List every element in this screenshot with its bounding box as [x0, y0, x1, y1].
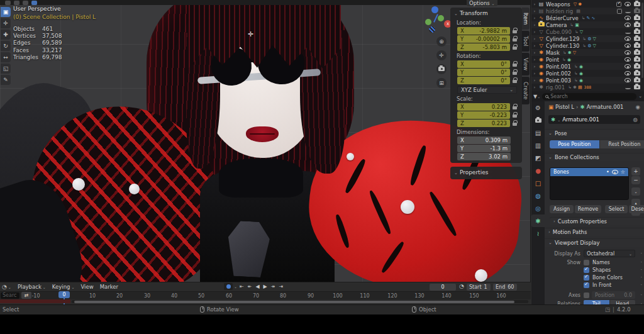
gizmo-z-axis[interactable] [431, 6, 438, 13]
lock-icon[interactable] [513, 47, 517, 50]
play-reverse-button[interactable]: ◀ [254, 283, 260, 290]
tab-view-layer[interactable]: ▥ [531, 139, 545, 152]
render-camera-icon[interactable] [634, 71, 640, 75]
keying-menu[interactable]: Keying⌄ [52, 284, 75, 290]
gizmo-z-axis-neg[interactable] [429, 26, 435, 33]
tab-bone[interactable]: ≀ [531, 227, 545, 240]
shapes-checkbox[interactable] [584, 267, 589, 273]
tab-scene[interactable]: ◩ [531, 152, 545, 164]
current-frame-field[interactable]: 0 [430, 284, 456, 291]
disclosure-triangle[interactable]: › [531, 30, 538, 35]
previous-keyframe-button[interactable]: ↞ [247, 283, 253, 290]
render-camera-icon[interactable] [634, 78, 640, 82]
render-camera-icon[interactable] [634, 16, 640, 20]
outliner-row-rig001[interactable]: ›✱ rig.001 ↳✱▤388 [531, 84, 641, 91]
dimension-z-field[interactable]: Z3.02 m [457, 153, 511, 160]
location-x-field[interactable]: X-2.9882 m [457, 27, 510, 35]
animate-dot[interactable]: · [640, 275, 642, 281]
render-camera-icon[interactable] [634, 43, 640, 48]
preview-range-icon[interactable]: ◔ [459, 283, 464, 289]
mode-icon[interactable] [14, 1, 19, 5]
rest-position-button[interactable]: Rest Position [599, 140, 644, 148]
eye-icon[interactable] [625, 43, 631, 48]
bone-collection-row[interactable]: Bones • ☆ [550, 168, 628, 176]
disclosure-triangle[interactable]: › [531, 43, 538, 48]
play-button[interactable]: ▶ [262, 283, 269, 290]
remove-button[interactable]: Remove [575, 205, 601, 213]
outliner-item-label[interactable]: Mask [546, 50, 560, 56]
scale-tool[interactable]: ↔ [1, 52, 11, 62]
eye-icon[interactable] [625, 50, 631, 55]
tab-object-data[interactable]: ✱ [531, 214, 545, 227]
outliner-scrollbar[interactable] [641, 3, 643, 78]
tab-view[interactable]: View [522, 53, 530, 75]
outliner-item-label[interactable]: BézierCurve [546, 15, 579, 21]
marker-menu[interactable]: Marker [100, 284, 118, 290]
display-as-dropdown[interactable]: Octahedral⌄ [584, 250, 635, 257]
outliner-row-cylinder129[interactable]: ›▽ Cylinder.129 ↳⚙▽ [531, 35, 641, 42]
outliner-item-label[interactable]: Camera [546, 22, 567, 28]
datablock-selector[interactable]: ✱⌄ Armature.001 ◍ [548, 115, 640, 124]
rotation-z-field[interactable]: Z0° [457, 77, 510, 84]
pose-panel-header[interactable]: ⌄Pose [545, 129, 644, 137]
outliner-row-weapons[interactable]: ›▤ Weapons ▽✱ [531, 1, 641, 8]
outliner-item-label[interactable]: Cube.090 [546, 29, 572, 35]
outliner-item-label[interactable]: Point.002 [546, 70, 571, 77]
assign-button[interactable]: Assign [550, 205, 574, 213]
render-camera-icon[interactable] [634, 23, 640, 27]
render-camera-icon[interactable] [634, 57, 640, 62]
custom-properties-header[interactable]: ›Custom Properties [550, 217, 644, 225]
head-button[interactable]: Head [609, 300, 636, 304]
eye-icon[interactable] [625, 78, 631, 82]
outliner-item-label[interactable]: rig.001 [546, 84, 565, 91]
outliner-item-label[interactable]: Point [546, 57, 559, 63]
lock-icon[interactable] [513, 106, 517, 109]
auto-keying-button[interactable] [224, 283, 233, 290]
tab-world[interactable]: ● [531, 164, 545, 177]
perspective-toggle-icon[interactable]: ⊞ [436, 78, 447, 88]
lock-icon[interactable] [513, 64, 517, 67]
outliner-item-label[interactable]: Cylinder.129 [546, 36, 579, 42]
jump-to-start-button[interactable]: ⇤ [238, 283, 245, 290]
outliner-item-label[interactable]: Point.001 [546, 64, 571, 70]
deselect-button[interactable]: Deselect [629, 205, 644, 213]
transform-tool[interactable]: ◱ [1, 64, 11, 74]
outliner-item-label[interactable]: hidden rig [546, 8, 573, 14]
camera-view-icon[interactable] [436, 64, 447, 74]
breadcrumb-data[interactable]: Armature.001 [587, 104, 624, 110]
rotate-tool[interactable]: ↻ [1, 41, 11, 51]
outliner-row-hidden-rig[interactable]: ›▤ hidden rig ▤ [531, 8, 641, 14]
render-camera-icon[interactable] [634, 50, 640, 55]
start-frame-field[interactable]: Start1 [467, 284, 491, 291]
solo-dot-icon[interactable]: • [606, 169, 609, 175]
editor-type-icon[interactable] [5, 1, 11, 5]
tab-tool[interactable]: Tool [522, 31, 530, 52]
tab-render[interactable] [531, 114, 545, 126]
end-frame-field[interactable]: End60 [493, 284, 517, 291]
outliner-row-mask[interactable]: ›✱ Mask ↳✱▽ [531, 49, 641, 56]
animate-dot[interactable]: · [640, 251, 642, 257]
outliner-row-camera[interactable]: › Camera ↳▣ [531, 21, 641, 28]
lock-icon[interactable] [513, 80, 517, 83]
lock-icon[interactable] [513, 114, 517, 118]
dimension-y-field[interactable]: Y-1.3 m [457, 145, 511, 152]
tab-constraints[interactable]: ◎ [531, 202, 545, 214]
animate-dot[interactable]: · [640, 282, 642, 288]
tail-button[interactable]: Tail [584, 300, 609, 304]
lock-icon[interactable] [513, 123, 517, 126]
outliner-item-label[interactable]: Cylinder.130 [546, 43, 579, 49]
eye-icon[interactable] [625, 2, 631, 6]
select-box-tool[interactable]: ▣ [1, 7, 11, 17]
rotation-x-field[interactable]: X0° [457, 60, 510, 68]
scale-z-field[interactable]: Z0.223 [457, 120, 510, 127]
gizmo-y-axis[interactable] [438, 15, 444, 21]
render-camera-icon[interactable] [634, 85, 640, 89]
bone-collections-header[interactable]: ⌄Bone Collections [545, 153, 644, 161]
eye-icon[interactable] [625, 71, 631, 75]
disclosure-triangle[interactable]: › [531, 9, 538, 14]
viewport-display-header[interactable]: ⌄Viewport Display [545, 238, 644, 247]
view-menu[interactable]: View [80, 284, 93, 290]
properties-subpanel-header[interactable]: ⌄Properties [450, 168, 522, 177]
3d-viewport[interactable]: ✛ Options ⌄ ▣ ✛ ✚ ↻ ↔ ◱ ✎ User Perspecti… [0, 0, 531, 282]
move-tool[interactable]: ✚ [1, 30, 11, 40]
